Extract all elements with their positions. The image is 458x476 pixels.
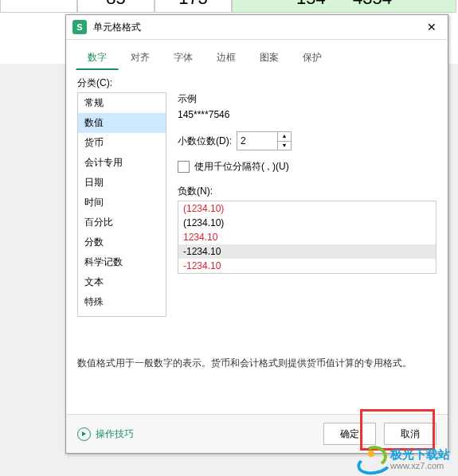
- category-label: 分类(C):: [77, 76, 436, 90]
- app-icon: [72, 20, 87, 34]
- negative-list[interactable]: (1234.10)(1234.10)1234.10-1234.10-1234.1…: [178, 201, 436, 274]
- tab-3[interactable]: 边框: [205, 46, 248, 70]
- example-label: 示例: [178, 92, 436, 106]
- category-list[interactable]: 常规数值货币会计专用日期时间百分比分数科学记数文本特殊自定义: [77, 92, 166, 317]
- cell: 85: [77, 0, 155, 13]
- category-item[interactable]: 分数: [78, 232, 166, 252]
- cell: [0, 0, 77, 13]
- tab-5[interactable]: 保护: [291, 46, 334, 70]
- category-item[interactable]: 日期: [78, 173, 166, 193]
- titlebar: 单元格格式 ✕: [66, 15, 448, 40]
- decimal-input[interactable]: [237, 132, 277, 150]
- spin-up[interactable]: ▲: [278, 132, 291, 142]
- category-item[interactable]: 特殊: [78, 292, 166, 312]
- help-link[interactable]: 操作技巧: [96, 427, 134, 441]
- example-value: 145****7546: [178, 109, 436, 120]
- category-item[interactable]: 百分比: [78, 213, 166, 232]
- brand-logo: 极光下载站 www.xz7.com: [357, 444, 450, 474]
- tab-0[interactable]: 数字: [76, 46, 119, 70]
- negative-label: 负数(N):: [178, 185, 436, 198]
- tabs-bar: 数字对齐字体边框图案保护: [76, 46, 438, 70]
- category-item[interactable]: 文本: [78, 272, 166, 292]
- format-description: 数值格式用于一般数字的表示。货币和会计格式则提供货币值计算的专用格式。: [77, 357, 436, 370]
- negative-item[interactable]: 1234.10: [178, 230, 436, 244]
- thousands-checkbox[interactable]: [178, 161, 190, 173]
- thousands-label: 使用千位分隔符( , )(U): [194, 160, 289, 174]
- cell: 173: [155, 0, 232, 13]
- brand-url: www.xz7.com: [390, 461, 450, 470]
- category-item[interactable]: 会计专用: [78, 153, 166, 173]
- ok-button[interactable]: 确定: [323, 423, 376, 445]
- category-item[interactable]: 常规: [78, 93, 166, 113]
- tab-2[interactable]: 字体: [162, 46, 205, 70]
- decimal-label: 小数位数(D):: [178, 135, 232, 148]
- dialog-title: 单元格格式: [93, 21, 416, 34]
- tab-4[interactable]: 图案: [248, 46, 291, 70]
- close-button[interactable]: ✕: [416, 21, 448, 33]
- category-item[interactable]: 货币: [78, 133, 166, 153]
- brand-name: 极光下载站: [390, 448, 450, 462]
- category-item[interactable]: 数值: [78, 113, 166, 133]
- spin-down[interactable]: ▼: [278, 142, 291, 150]
- cancel-button[interactable]: 取消: [384, 423, 436, 445]
- cell-format-dialog: 单元格格式 ✕ 数字对齐字体边框图案保护 分类(C): 常规数值货币会计专用日期…: [65, 14, 448, 454]
- decimal-spinbox[interactable]: ▲ ▼: [237, 131, 292, 150]
- tab-1[interactable]: 对齐: [119, 46, 162, 70]
- category-item[interactable]: 时间: [78, 193, 166, 213]
- category-item[interactable]: 自定义: [78, 312, 166, 317]
- negative-item[interactable]: (1234.10): [178, 201, 436, 216]
- negative-item[interactable]: -1234.10: [178, 244, 436, 259]
- category-item[interactable]: 科学记数: [78, 252, 166, 272]
- negative-item[interactable]: (1234.10): [178, 216, 436, 230]
- negative-item[interactable]: -1234.10: [178, 259, 436, 273]
- help-icon[interactable]: [77, 427, 91, 441]
- cell: 154****4354: [232, 0, 456, 13]
